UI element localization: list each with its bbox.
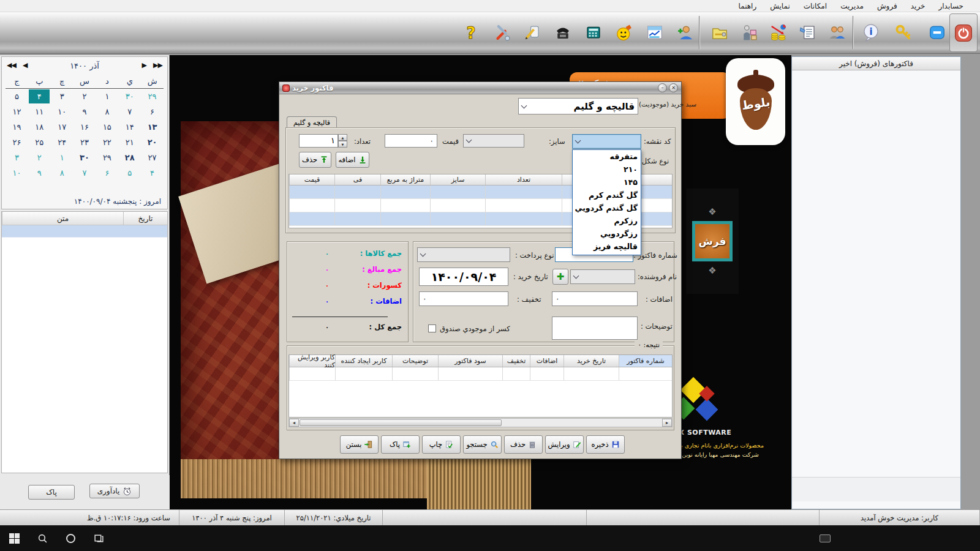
calendar-day[interactable]: ۳۰: [74, 150, 96, 165]
calendar-day[interactable]: ۱۰: [6, 165, 28, 181]
col-extras[interactable]: اضافات: [530, 355, 564, 367]
col-size[interactable]: سایز: [430, 174, 485, 185]
clear-reminders-button[interactable]: پاک: [28, 485, 75, 500]
prev-month-button[interactable]: ◀: [23, 61, 27, 69]
calendar-day[interactable]: ۲۹: [96, 150, 118, 165]
col-invoice-profit[interactable]: سود فاکتور: [438, 355, 502, 367]
col-discount[interactable]: تخفیف: [502, 355, 530, 367]
calendar-day[interactable]: ۹: [74, 104, 96, 119]
add-user-icon[interactable]: [675, 15, 696, 50]
clear-button[interactable]: پاک: [381, 435, 420, 454]
remove-item-button[interactable]: حذف: [299, 152, 331, 168]
col-square-meters[interactable]: متراژ به مربع: [380, 174, 430, 185]
calendar-day[interactable]: ۸: [51, 165, 74, 181]
scroll-right-button[interactable]: ▸: [662, 419, 672, 427]
calendar-day[interactable]: ۲۳: [74, 135, 96, 150]
start-button[interactable]: [0, 525, 28, 551]
qty-stepper[interactable]: ۱ ▲ ▼: [299, 134, 347, 148]
power-button[interactable]: [949, 13, 978, 52]
qty-up-button[interactable]: ▲: [338, 134, 347, 141]
dropdown-option[interactable]: قالیچه فریز: [573, 240, 641, 253]
cortana-button[interactable]: [56, 525, 85, 551]
notes-textarea[interactable]: [552, 317, 638, 340]
folder-tools-icon[interactable]: [709, 15, 730, 50]
calendar-day[interactable]: ۸: [96, 104, 118, 119]
add-item-button[interactable]: اضافه: [336, 152, 369, 168]
size-combobox[interactable]: [463, 134, 524, 148]
add-seller-button[interactable]: ✚: [552, 269, 568, 285]
recent-invoices-header[interactable]: فاکتورهای (فروش) اخیر: [792, 57, 960, 70]
calendar-day[interactable]: ۹: [28, 165, 51, 181]
menu-management[interactable]: مدیریت: [834, 2, 870, 10]
menu-accounting[interactable]: حسابدار: [932, 2, 970, 10]
dropdown-option[interactable]: رزکرم: [573, 214, 641, 227]
menu-purchase[interactable]: خرید: [904, 2, 932, 10]
search-button[interactable]: جستجو: [463, 435, 502, 454]
dropdown-option[interactable]: ۱۴۵: [573, 176, 641, 189]
reminders-selected-row[interactable]: [2, 225, 167, 238]
calendar-day[interactable]: ۴: [141, 165, 164, 181]
next-year-button[interactable]: ▶▶: [153, 61, 162, 69]
save-button[interactable]: ذخیره: [586, 435, 625, 454]
menu-features[interactable]: امکانات: [797, 2, 834, 10]
smiley-icon[interactable]: [614, 15, 635, 50]
extras-input[interactable]: ۰: [552, 291, 638, 306]
calendar-day[interactable]: ۵: [6, 89, 28, 104]
col-buy-date[interactable]: تاریخ خرید: [564, 355, 619, 367]
print-button[interactable]: چاپ: [422, 435, 461, 454]
calendar-day[interactable]: ۲۱: [118, 135, 141, 150]
tab-carpet-kilim[interactable]: قالیچه و گلیم: [287, 116, 337, 128]
chart-icon[interactable]: [644, 15, 665, 50]
calendar-day[interactable]: ۲: [74, 89, 96, 104]
calendar-day[interactable]: ۲۷: [141, 150, 164, 165]
calendar-day[interactable]: ۲۹: [141, 89, 164, 104]
history-horizontal-scrollbar[interactable]: ◂ ▸: [288, 418, 673, 427]
calendar-day[interactable]: ۱۵: [96, 119, 118, 135]
qty-down-button[interactable]: ▼: [338, 141, 347, 148]
reminders-text-header[interactable]: متن: [2, 212, 123, 225]
menu-view[interactable]: نمایش: [763, 2, 797, 10]
buy-date-value[interactable]: ۱۴۰۰/۰۹/۰۴: [419, 268, 508, 286]
dialog-close-button[interactable]: ✕: [669, 83, 678, 92]
pay-type-combobox[interactable]: [417, 247, 510, 262]
calendar-day[interactable]: ۳۰: [118, 89, 141, 104]
signature-icon[interactable]: [522, 15, 543, 50]
calendar-day[interactable]: ۶: [141, 104, 164, 119]
calendar-day[interactable]: ۱۴: [118, 119, 141, 135]
col-qty[interactable]: تعداد: [485, 174, 562, 185]
finance-chart-icon[interactable]: [768, 15, 789, 50]
calendar-day[interactable]: ۱۱: [28, 104, 51, 119]
taskbar-search-button[interactable]: [28, 525, 56, 551]
prev-year-button[interactable]: ◀◀: [7, 61, 16, 69]
next-month-button[interactable]: ▶: [142, 61, 146, 69]
calculator-icon[interactable]: [583, 15, 604, 50]
menu-sale[interactable]: فروش: [870, 2, 904, 10]
reminder-button[interactable]: یادآوری: [89, 484, 140, 498]
col-unit-price[interactable]: فی: [334, 174, 380, 185]
fax-icon[interactable]: [552, 15, 573, 50]
calendar-day[interactable]: ۱۶: [74, 119, 96, 135]
minimize-app-icon[interactable]: [927, 15, 948, 50]
calendar-day[interactable]: ۲۴: [51, 135, 74, 150]
calendar-day[interactable]: ۷: [74, 165, 96, 181]
calendar-day-selected[interactable]: ۴: [29, 89, 50, 103]
users-icon[interactable]: [827, 15, 848, 50]
dropdown-option[interactable]: ۲۱۰: [573, 163, 641, 176]
dropdown-option[interactable]: گل گندم گردويي: [573, 201, 641, 214]
calendar-day[interactable]: ۱۸: [28, 119, 51, 135]
calendar-day[interactable]: ۱: [51, 150, 74, 165]
calendar-day[interactable]: ۲۶: [6, 135, 28, 150]
key-icon[interactable]: [894, 15, 914, 50]
task-view-button[interactable]: [85, 525, 113, 551]
col-notes[interactable]: توضیحات: [392, 355, 438, 367]
delete-button[interactable]: حذف: [504, 435, 543, 454]
dropdown-option[interactable]: متفرقه: [573, 150, 641, 163]
calendar-day[interactable]: ۷: [118, 104, 141, 119]
history-table-row[interactable]: [289, 367, 672, 381]
calendar-day[interactable]: ۱۹: [6, 119, 28, 135]
calendar-day[interactable]: ۲۲: [96, 135, 118, 150]
qty-value[interactable]: ۱: [299, 134, 338, 148]
dialog-titlebar[interactable]: فاکتور خرید – ✕: [279, 82, 681, 94]
calendar-day[interactable]: ۲۰: [141, 135, 164, 150]
calendar-day[interactable]: ۱۰: [51, 104, 74, 119]
